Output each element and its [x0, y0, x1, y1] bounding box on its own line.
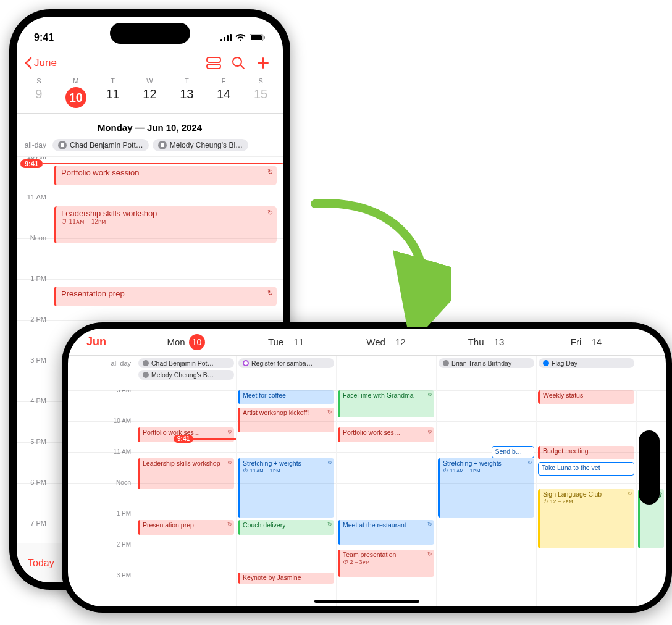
- plus-icon: [256, 56, 270, 70]
- week-day-tue[interactable]: T11: [94, 77, 132, 108]
- calendar-event[interactable]: Portfolio work session↻: [54, 166, 277, 185]
- gift-icon: [58, 141, 67, 149]
- svg-rect-5: [251, 35, 262, 40]
- week-day-fri[interactable]: F14: [205, 77, 242, 108]
- week-day-wed[interactable]: W12: [132, 77, 169, 108]
- rotate-arrow-icon: [303, 191, 451, 327]
- back-button[interactable]: June: [24, 57, 57, 69]
- home-indicator: [314, 600, 419, 603]
- gift-icon: [158, 141, 167, 149]
- phone-landscape-frame: Jun Mon10 Tue 11 Wed 12 Thu 13 Fri 14 al…: [62, 322, 672, 613]
- nav-bar: June: [17, 49, 283, 77]
- calendar-event[interactable]: Take Luna to the vet: [538, 462, 634, 476]
- hour-label: 6 PM: [30, 479, 46, 486]
- week-strip[interactable]: S9 M10 T11 W12 T13 F14 S15: [17, 77, 283, 114]
- calendar-event[interactable]: Leadership skills workshop↻: [138, 458, 234, 489]
- now-indicator: 9:41: [136, 435, 236, 443]
- calendar-event[interactable]: Sign Language Club⏱ 12 – 2ᴘᴍ↻: [538, 489, 634, 548]
- day-column-tue[interactable]: Meet for coffeeArtist workshop kickoff!↻…: [236, 390, 336, 606]
- calendar-event[interactable]: Meet for coffee: [238, 390, 334, 404]
- svg-rect-1: [224, 37, 225, 41]
- landscape-screen: Jun Mon10 Tue 11 Wed 12 Thu 13 Fri 14 al…: [68, 329, 666, 606]
- svg-rect-3: [230, 34, 232, 41]
- day-column-fri[interactable]: Weekly statusBudget meetingTake Luna to …: [536, 390, 636, 606]
- calendar-event[interactable]: Presentation prep↻: [138, 520, 234, 535]
- header-tue[interactable]: Tue 11: [236, 329, 336, 355]
- hour-label: 11 AM: [27, 193, 46, 201]
- calendar-event[interactable]: Leadership skills workshop⏱ 11ᴀᴍ – 12ᴘᴍ↻: [54, 206, 277, 243]
- calendar-event[interactable]: Meet at the restaurant↻: [338, 520, 434, 545]
- hour-label: 3 PM: [30, 356, 46, 364]
- calendar-event[interactable]: Weekly status: [538, 390, 634, 404]
- hour-gutter: 9 AM 10 AM 11 AM Noon 1 PM 2 PM 3 PM: [68, 390, 136, 606]
- calendar-event[interactable]: Artist workshop kickoff!↻: [238, 408, 334, 432]
- allday-chip[interactable]: Flag Day: [539, 358, 634, 368]
- wifi-icon: [235, 34, 246, 41]
- calendar-event[interactable]: Stretching + weights⏱ 11ᴀᴍ – 1ᴘᴍ↻: [238, 458, 334, 518]
- hour-label: 7 PM: [30, 519, 46, 527]
- calendar-event[interactable]: Stretching + weights⏱ 11ᴀᴍ – 1ᴘᴍ↻: [438, 458, 534, 518]
- hour-label: Noon: [30, 234, 46, 241]
- allday-label: all-day: [68, 356, 136, 390]
- landscape-allday: all-day Chad Benjamin Pot…Melody Cheung'…: [68, 356, 666, 390]
- hour-label: 2 PM: [30, 316, 46, 323]
- day-column-mon[interactable]: 9:41 Portfolio work ses…↻Leadership skil…: [136, 390, 236, 606]
- allday-chip[interactable]: Melody Cheung's Bi…: [153, 139, 248, 151]
- dynamic-island: [110, 23, 190, 44]
- allday-label: all-day: [22, 141, 49, 149]
- calendar-event[interactable]: Team presentation⏱ 2 – 3ᴘᴍ↻: [338, 550, 434, 577]
- status-time: 9:41: [34, 32, 54, 43]
- calendar-event[interactable]: Send b…: [492, 446, 534, 458]
- calendar-event[interactable]: Budget meeting: [538, 446, 634, 459]
- calendar-event[interactable]: FaceTime with Grandma↻: [338, 390, 434, 417]
- calendar-event[interactable]: Portfolio work ses…↻: [338, 427, 434, 442]
- back-label: June: [34, 57, 57, 69]
- allday-row: all-day Chad Benjamin Pott… Melody Cheun…: [17, 139, 283, 157]
- battery-icon: [250, 34, 266, 41]
- today-button[interactable]: Today: [28, 558, 54, 569]
- header-wed[interactable]: Wed 12: [336, 329, 436, 355]
- svg-rect-2: [227, 35, 229, 41]
- calendar-event[interactable]: Couch delivery↻: [238, 520, 334, 535]
- header-fri[interactable]: Fri 14: [536, 329, 636, 355]
- landscape-grid[interactable]: 9 AM 10 AM 11 AM Noon 1 PM 2 PM 3 PM 9:4…: [68, 390, 666, 606]
- add-button[interactable]: [251, 51, 275, 75]
- allday-chip[interactable]: Register for samba…: [238, 358, 334, 368]
- now-indicator: 9:41: [17, 159, 283, 168]
- cellular-icon: [220, 34, 232, 41]
- allday-chip[interactable]: Chad Benjamin Pot…: [138, 358, 234, 368]
- week-header: Jun Mon10 Tue 11 Wed 12 Thu 13 Fri 14: [68, 329, 666, 356]
- header-thu[interactable]: Thu 13: [436, 329, 536, 355]
- day-column-thu[interactable]: Send b…Stretching + weights⏱ 11ᴀᴍ – 1ᴘᴍ↻: [436, 390, 536, 606]
- day-column-wed[interactable]: FaceTime with Grandma↻Portfolio work ses…: [336, 390, 436, 606]
- month-label[interactable]: Jun: [68, 329, 136, 355]
- date-title: Monday — Jun 10, 2024: [17, 114, 283, 139]
- svg-rect-7: [207, 57, 220, 62]
- status-icons: [220, 34, 266, 41]
- list-view-icon: [206, 56, 222, 70]
- week-day-thu[interactable]: T13: [168, 77, 205, 108]
- hour-label: 1 PM: [30, 275, 46, 282]
- view-toggle-button[interactable]: [201, 51, 226, 75]
- calendar-event[interactable]: Keynote by Jasmine: [238, 573, 334, 584]
- allday-chip[interactable]: Brian Tran's Birthday: [439, 358, 534, 368]
- allday-chip[interactable]: Chad Benjamin Pott…: [52, 139, 149, 151]
- svg-rect-6: [264, 36, 265, 39]
- search-icon: [232, 56, 245, 70]
- dynamic-island: [639, 430, 660, 505]
- week-day-mon[interactable]: M10: [57, 77, 94, 108]
- chevron-left-icon: [24, 57, 33, 69]
- hour-label: 4 PM: [30, 397, 46, 405]
- week-day-sat[interactable]: S15: [242, 77, 279, 108]
- allday-chip[interactable]: Melody Cheung's B…: [138, 370, 234, 380]
- header-mon[interactable]: Mon10: [136, 329, 236, 355]
- week-day-sun[interactable]: S9: [20, 77, 57, 108]
- hour-label: 5 PM: [30, 438, 46, 445]
- svg-rect-0: [220, 39, 222, 41]
- calendar-event[interactable]: Presentation prep↻: [54, 287, 277, 306]
- svg-rect-8: [207, 64, 220, 69]
- search-button[interactable]: [226, 51, 251, 75]
